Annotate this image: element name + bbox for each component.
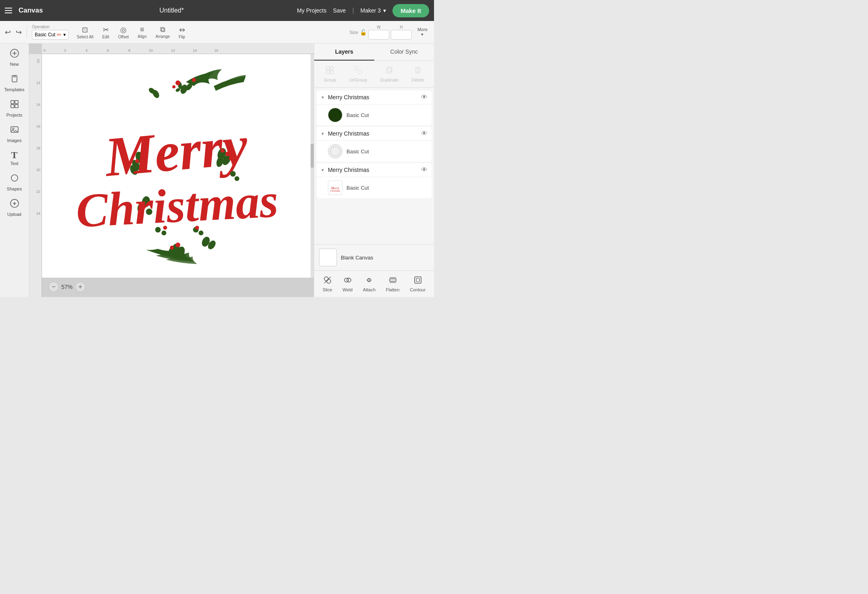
zoom-level: 57%: [61, 284, 73, 290]
svg-rect-5: [11, 105, 14, 108]
ruler-top: 0 2 4 6 8 10 12 14 16: [42, 44, 314, 54]
canvas-scrollbar[interactable]: [311, 54, 314, 278]
weld-button[interactable]: Weld: [339, 274, 356, 294]
align-action[interactable]: ≡ Align: [134, 24, 150, 40]
layer-group-2: ▼ Merry Christmas 👁 Basic Cut: [317, 127, 432, 162]
ruler-left: 10 12 14 16 18 20 22 24: [29, 54, 42, 297]
images-icon: [10, 125, 19, 137]
operation-select[interactable]: Basic Cut ✏ ▾: [32, 30, 69, 40]
document-title: Untitled*: [159, 7, 184, 14]
ruler-top-14: 14: [193, 48, 197, 52]
my-projects-button[interactable]: My Projects: [297, 7, 326, 14]
save-button[interactable]: Save: [333, 7, 346, 14]
contour-button[interactable]: Contour: [407, 274, 429, 294]
undo-button[interactable]: ↩: [3, 26, 13, 38]
arrange-action[interactable]: ⧉ Arrange: [152, 24, 173, 40]
layer-3-eye-icon[interactable]: 👁: [421, 166, 428, 174]
offset-action[interactable]: ◎ Offset: [115, 24, 132, 41]
group-button[interactable]: Group: [321, 64, 340, 84]
redo-button[interactable]: ↪: [14, 26, 23, 38]
sidebar-item-projects[interactable]: Projects: [1, 96, 28, 121]
ruler-left-20: 20: [36, 168, 40, 172]
ruler-top-6: 6: [107, 48, 109, 52]
make-it-button[interactable]: Make It: [392, 4, 429, 17]
height-input[interactable]: [391, 30, 412, 40]
sidebar-item-templates[interactable]: Templates: [1, 71, 28, 95]
size-label: Size: [350, 30, 358, 35]
more-button[interactable]: More ▾: [414, 25, 431, 39]
layer-group-3: ▼ Merry Christmas 👁 Merry Christmas Basi…: [317, 163, 432, 198]
sidebar-item-text[interactable]: T Text: [1, 147, 28, 169]
layer-1-eye-icon[interactable]: 👁: [421, 94, 428, 101]
ruler-left-16: 16: [36, 124, 40, 128]
topbar: Canvas Untitled* My Projects Save | Make…: [0, 0, 434, 21]
ruler-top-8: 8: [128, 48, 130, 52]
layer-2-name: Merry Christmas: [328, 130, 418, 137]
svg-rect-6: [15, 105, 18, 108]
slice-button[interactable]: Slice: [319, 274, 336, 294]
projects-icon: [10, 99, 19, 111]
duplicate-button[interactable]: Duplicate: [377, 64, 402, 84]
svg-point-41: [170, 246, 174, 250]
group-icon: [326, 66, 334, 77]
flip-action[interactable]: ⇔ Flip: [175, 24, 188, 41]
tab-layers[interactable]: Layers: [314, 44, 374, 61]
shapes-icon: [10, 173, 19, 185]
layer-group-1: ▼ Merry Christmas 👁 Basic Cut: [317, 90, 432, 125]
tab-color-sync[interactable]: Color Sync: [374, 44, 434, 61]
svg-rect-57: [359, 71, 362, 74]
sidebar-item-upload[interactable]: Upload: [1, 195, 28, 220]
panel-actions: Group UnGroup Duplicate: [314, 61, 434, 88]
svg-point-60: [330, 146, 340, 156]
svg-rect-69: [390, 279, 396, 281]
sidebar-upload-label: Upload: [7, 212, 21, 217]
sidebar-item-new[interactable]: New: [1, 45, 28, 70]
size-inputs: W H: [368, 25, 412, 40]
height-label: H: [400, 25, 403, 29]
layer-1-arrow-icon: ▼: [321, 95, 325, 100]
sidebar-images-label: Images: [7, 138, 21, 143]
undo-redo-group: ↩ ↪: [3, 26, 27, 38]
zoom-in-button[interactable]: +: [75, 282, 86, 292]
layer-2-eye-icon[interactable]: 👁: [421, 130, 428, 137]
menu-icon[interactable]: [5, 8, 12, 13]
svg-rect-3: [11, 100, 14, 104]
sidebar-item-shapes[interactable]: Shapes: [1, 170, 28, 195]
topbar-right: My Projects Save | Maker 3 ▾ Make It: [297, 4, 429, 17]
attach-label: Attach: [363, 287, 376, 292]
operation-section: Operation Basic Cut ✏ ▾: [32, 25, 69, 40]
layer-1-thumb: [328, 108, 342, 122]
zoom-out-button[interactable]: −: [48, 282, 59, 292]
edit-action[interactable]: ✂ Edit: [99, 24, 113, 41]
select-all-action[interactable]: ⊡ Select All: [73, 24, 96, 41]
svg-point-50: [230, 171, 236, 177]
attach-button[interactable]: Attach: [360, 274, 379, 294]
flatten-button[interactable]: Flatten: [383, 274, 403, 294]
canvas-content[interactable]: Merry Christmas: [42, 54, 314, 278]
ruler-left-10: 10: [36, 59, 40, 63]
ungroup-button[interactable]: UnGroup: [346, 64, 371, 84]
brand-label: Canvas: [19, 6, 43, 15]
svg-point-49: [195, 226, 199, 230]
layer-group-1-header[interactable]: ▼ Merry Christmas 👁: [317, 90, 432, 105]
christmas-art: Merry Christmas: [42, 54, 314, 278]
svg-point-63: [324, 277, 328, 281]
layer-3-item: Merry Christmas Basic Cut: [317, 177, 432, 198]
svg-point-51: [234, 176, 239, 181]
operation-chevron-icon: ▾: [63, 32, 66, 38]
width-input[interactable]: [368, 30, 389, 40]
layer-group-3-header[interactable]: ▼ Merry Christmas 👁: [317, 163, 432, 177]
contour-label: Contour: [410, 287, 426, 292]
blank-canvas-row: Blank Canvas: [314, 244, 434, 270]
layer-group-2-header[interactable]: ▼ Merry Christmas 👁: [317, 127, 432, 141]
upload-icon: [10, 199, 19, 211]
machine-selector[interactable]: Maker 3 ▾: [361, 7, 386, 14]
svg-point-17: [175, 80, 180, 85]
sidebar-new-label: New: [10, 62, 19, 67]
delete-button[interactable]: Delete: [408, 64, 428, 84]
svg-rect-4: [15, 100, 18, 104]
sidebar-item-images[interactable]: Images: [1, 121, 28, 146]
templates-icon: [10, 74, 19, 86]
svg-rect-72: [415, 277, 421, 283]
layer-2-thumb: [328, 144, 342, 159]
